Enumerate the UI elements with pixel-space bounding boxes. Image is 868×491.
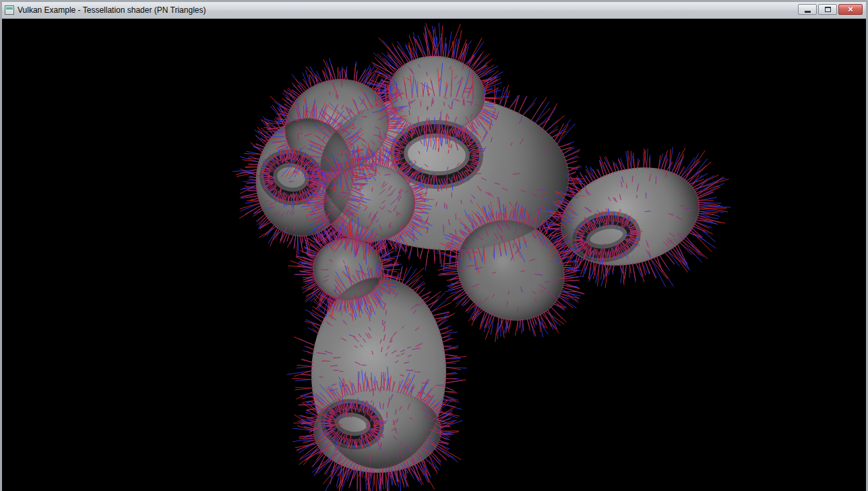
close-button[interactable]: × xyxy=(838,4,863,15)
window-title: Vulkan Example - Tessellation shader (PN… xyxy=(18,2,206,18)
minimize-icon xyxy=(805,11,811,13)
minimize-button[interactable] xyxy=(798,4,817,15)
render-area xyxy=(2,19,866,489)
maximize-icon xyxy=(825,7,831,12)
titlebar[interactable]: Vulkan Example - Tessellation shader (PN… xyxy=(2,2,866,19)
window-controls: × xyxy=(798,4,863,15)
app-icon[interactable] xyxy=(5,5,14,15)
app-window: Vulkan Example - Tessellation shader (PN… xyxy=(0,0,868,491)
close-icon: × xyxy=(848,5,853,14)
vulkan-viewport[interactable] xyxy=(2,19,866,491)
maximize-button[interactable] xyxy=(818,4,837,15)
